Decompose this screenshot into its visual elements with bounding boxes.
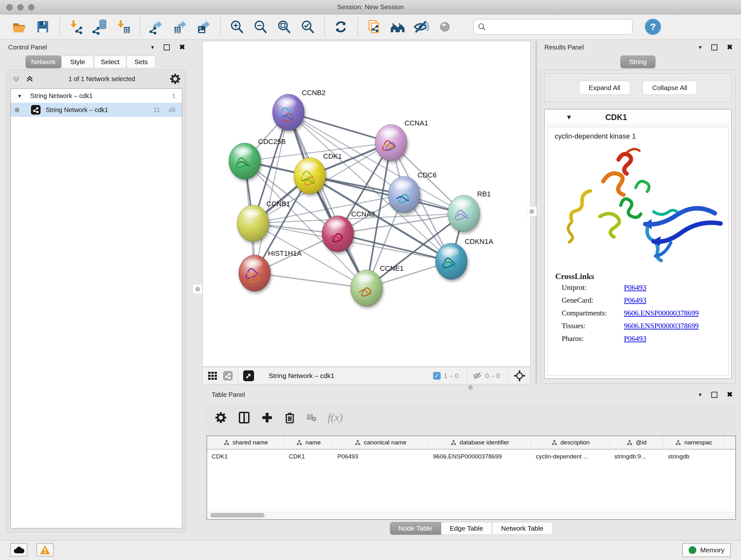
grid-icon[interactable] [208, 371, 217, 381]
column-header[interactable]: @id [610, 436, 664, 449]
node-entry-header[interactable]: ▼ CDK1 [545, 110, 731, 125]
crosslink-value-link[interactable]: 9606.ENSP00000378699 [624, 309, 699, 317]
hscroll-thumb[interactable] [210, 513, 265, 517]
entry-collapse-caret[interactable]: ▼ [566, 114, 572, 121]
column-header[interactable]: namespac [664, 436, 724, 449]
import-network-file-button[interactable] [68, 18, 84, 35]
show-preview-button[interactable] [436, 18, 453, 35]
network-node-HIST1H1A[interactable]: HIST1H1A [239, 249, 301, 291]
expand-all-icon[interactable] [25, 74, 34, 83]
crosshair-icon[interactable] [514, 370, 525, 381]
control-panel-float-button[interactable]: ▾ [151, 44, 154, 51]
tab-node-table[interactable]: Node Table [390, 522, 441, 535]
add-column-icon[interactable] [261, 412, 273, 423]
network-node-CDC25B[interactable]: CDC25B [229, 138, 286, 179]
results-panel-maximize-button[interactable] [711, 44, 718, 51]
table-cell[interactable]: CDK1 [284, 449, 333, 463]
table-cell[interactable]: stringdb:9... [610, 449, 664, 463]
tab-edge-table[interactable]: Edge Table [441, 522, 492, 535]
table-row[interactable]: CDK1CDK1P064939606.ENSP00000378699cyclin… [207, 449, 735, 463]
memory-button[interactable]: Memory [682, 543, 731, 557]
control-panel-close-button[interactable]: ✖ [179, 43, 185, 51]
delete-table-icon[interactable] [307, 414, 316, 422]
network-tree: ▼ String Network – cdk1 1 String Network… [10, 88, 182, 528]
network-edge[interactable] [255, 112, 288, 273]
network-node-CCNA1[interactable]: CCNA1 [375, 119, 428, 161]
table-cell[interactable]: CDK1 [207, 449, 284, 463]
network-canvas[interactable]: CCNB2CCNA1CDC25BCDK1CDC6RB1CCNB1CCNA2CDK… [202, 41, 531, 367]
export-image-button[interactable] [195, 18, 212, 35]
table-panel-close-button[interactable]: ✖ [727, 390, 733, 399]
network-collection-row[interactable]: ▼ String Network – cdk1 1 [11, 89, 182, 103]
collapse-all-icon[interactable] [12, 74, 21, 83]
table-cell[interactable]: cyclin-dependent ... [531, 449, 610, 463]
column-header[interactable]: database identifier [428, 436, 531, 449]
control-panel-maximize-button[interactable] [164, 44, 170, 51]
network-row-selected[interactable]: String Network – cdk1 11 48 [11, 103, 182, 117]
tab-style[interactable]: Style [61, 56, 94, 68]
crosslink-value-link[interactable]: P06493 [624, 334, 646, 343]
network-node-CDC6[interactable]: CDC6 [388, 171, 436, 213]
gear-icon[interactable] [170, 73, 181, 84]
column-header[interactable]: shared name [207, 436, 284, 449]
table-cell[interactable]: P06493 [333, 449, 428, 463]
home-button[interactable] [389, 18, 406, 35]
right-splitter-handle[interactable] [527, 206, 537, 216]
results-panel-float-button[interactable]: ▾ [699, 44, 702, 51]
warning-button[interactable] [37, 543, 54, 557]
clone-network-button[interactable] [366, 18, 382, 35]
network-edge[interactable] [255, 273, 367, 288]
bottom-splitter-handle[interactable] [468, 385, 473, 390]
table-cell[interactable]: stringdb [664, 449, 724, 463]
search-input[interactable] [488, 20, 632, 34]
export-table-button[interactable] [172, 18, 188, 35]
column-header[interactable]: name [284, 436, 333, 449]
tab-string[interactable]: String [620, 56, 656, 68]
network-node-CCNB2[interactable]: CCNB2 [273, 89, 326, 131]
column-header[interactable]: description [531, 436, 610, 449]
collapse-all-button[interactable]: Collapse All [643, 81, 697, 95]
network-node-CCNB1[interactable]: CCNB1 [237, 199, 290, 241]
crosslink-value-link[interactable]: P06493 [624, 284, 646, 292]
left-splitter-handle[interactable] [193, 284, 202, 294]
zoom-selected-button[interactable] [299, 18, 316, 35]
network-node-CDK1[interactable]: CDK1 [294, 152, 342, 194]
hidden-eye-icon[interactable] [472, 371, 482, 381]
results-panel-close-button[interactable]: ✖ [727, 43, 733, 51]
refresh-view-button[interactable] [333, 18, 349, 35]
crosslink-value-link[interactable]: 9606.ENSP00000378699 [624, 322, 699, 330]
network-node-CDKN1A[interactable]: CDKN1A [435, 238, 493, 279]
tab-network[interactable]: Network [25, 56, 61, 68]
save-session-button[interactable] [35, 18, 51, 35]
tab-network-table[interactable]: Network Table [492, 522, 553, 535]
expand-all-button[interactable]: Expand All [579, 81, 630, 95]
zoom-out-button[interactable] [252, 18, 269, 35]
help-button[interactable]: ? [645, 18, 661, 35]
table-panel-float-button[interactable]: ▾ [699, 391, 702, 398]
table-gear-icon[interactable] [215, 412, 227, 424]
import-network-database-button[interactable] [91, 18, 108, 35]
tab-sets[interactable]: Sets [126, 56, 156, 68]
export-network-button[interactable] [148, 18, 165, 35]
network-edge[interactable] [288, 112, 367, 288]
open-session-button[interactable] [11, 18, 27, 35]
network-node-RB1[interactable]: RB1 [448, 190, 491, 232]
crosslink-row: Compartments:9606.ENSP00000378699 [562, 309, 728, 317]
tab-select[interactable]: Select [94, 56, 126, 68]
network-graph[interactable]: CCNB2CCNA1CDC25BCDK1CDC6RB1CCNB1CCNA2CDK… [203, 41, 530, 367]
selected-checkbox[interactable]: ✓ [433, 372, 441, 380]
crosslink-value-link[interactable]: P06493 [624, 296, 646, 305]
hide-selected-button[interactable] [413, 18, 429, 35]
trash-icon[interactable] [284, 412, 295, 424]
import-table-file-button[interactable] [115, 18, 131, 35]
collection-expand-caret[interactable]: ▼ [17, 93, 22, 99]
cloud-button[interactable] [10, 543, 27, 557]
zoom-fit-button[interactable] [276, 18, 292, 35]
table-cell[interactable]: 9606.ENSP00000378699 [428, 449, 531, 463]
columns-icon[interactable] [239, 412, 250, 424]
table-panel-maximize-button[interactable] [711, 392, 718, 398]
birdseye-icon[interactable] [243, 370, 254, 381]
string-badge-icon[interactable] [223, 371, 232, 381]
zoom-in-button[interactable] [228, 18, 245, 35]
column-header[interactable]: canonical name [333, 436, 428, 449]
